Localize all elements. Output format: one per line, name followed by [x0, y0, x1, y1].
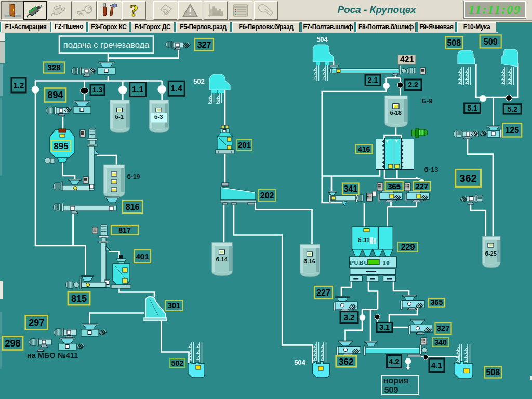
svg-text:б-14: б-14 [216, 256, 228, 262]
svg-text:на МБО №411: на МБО №411 [27, 351, 78, 360]
svg-text:509: 509 [484, 37, 498, 46]
svg-text:4.2: 4.2 [389, 357, 400, 366]
svg-text:PUBU: PUBU [350, 259, 369, 267]
svg-text:894: 894 [47, 90, 63, 100]
svg-text:подача с гречезавода: подача с гречезавода [63, 40, 150, 49]
svg-text:?: ? [130, 2, 138, 19]
svg-text:227: 227 [415, 182, 428, 191]
svg-text:1.2: 1.2 [14, 81, 24, 89]
svg-text:б-16: б-16 [303, 258, 315, 264]
svg-text:502: 502 [171, 359, 184, 367]
svg-text:б-3: б-3 [154, 114, 163, 120]
svg-text:10: 10 [382, 259, 390, 267]
svg-text:б-13: б-13 [424, 166, 438, 174]
svg-text:504: 504 [294, 358, 305, 366]
svg-text:202: 202 [260, 191, 274, 200]
svg-text:340: 340 [434, 338, 447, 347]
svg-text:227: 227 [316, 288, 330, 297]
svg-text:б-31: б-31 [358, 237, 370, 243]
svg-text:362: 362 [459, 172, 476, 184]
svg-text:301: 301 [168, 301, 180, 310]
svg-text:297: 297 [29, 317, 44, 328]
svg-text:б-1: б-1 [115, 114, 124, 120]
svg-text:201: 201 [238, 140, 251, 149]
svg-text:815: 815 [71, 294, 87, 304]
svg-text:б-19: б-19 [127, 173, 140, 180]
svg-text:298: 298 [5, 338, 20, 349]
svg-text:508: 508 [486, 368, 500, 377]
svg-text:817: 817 [118, 226, 131, 234]
svg-text:4.1: 4.1 [431, 361, 442, 369]
svg-text:нория: нория [383, 376, 408, 385]
svg-text:508: 508 [447, 38, 461, 47]
svg-text:125: 125 [505, 126, 519, 135]
svg-text:5.2: 5.2 [507, 105, 517, 113]
svg-text:895: 895 [54, 141, 68, 151]
svg-text:362: 362 [339, 357, 353, 367]
svg-text:341: 341 [343, 184, 357, 193]
svg-text:328: 328 [47, 63, 60, 72]
svg-text:б-18: б-18 [390, 110, 402, 116]
svg-text:2.1: 2.1 [368, 76, 378, 84]
svg-text:421: 421 [400, 55, 414, 64]
svg-text:Б-9: Б-9 [422, 97, 433, 105]
svg-text:365: 365 [431, 298, 443, 307]
svg-text:327: 327 [197, 41, 211, 49]
svg-text:327: 327 [436, 324, 449, 332]
svg-text:1.1: 1.1 [132, 85, 143, 94]
svg-text:365: 365 [388, 182, 401, 191]
svg-text:1.4: 1.4 [171, 84, 182, 93]
svg-text:502: 502 [193, 77, 205, 85]
svg-text:3.1: 3.1 [379, 323, 390, 331]
svg-text:5.1: 5.1 [467, 104, 477, 112]
svg-text:б-25: б-25 [485, 250, 497, 257]
svg-text:3.2: 3.2 [344, 313, 355, 322]
svg-text:509: 509 [384, 385, 398, 394]
svg-text:1.3: 1.3 [92, 86, 103, 94]
svg-text:416: 416 [358, 145, 370, 153]
svg-text:504: 504 [316, 35, 328, 43]
svg-text:401: 401 [136, 252, 149, 261]
svg-text:229: 229 [401, 243, 415, 251]
svg-text:816: 816 [126, 203, 140, 211]
svg-text:2.2: 2.2 [408, 81, 418, 89]
